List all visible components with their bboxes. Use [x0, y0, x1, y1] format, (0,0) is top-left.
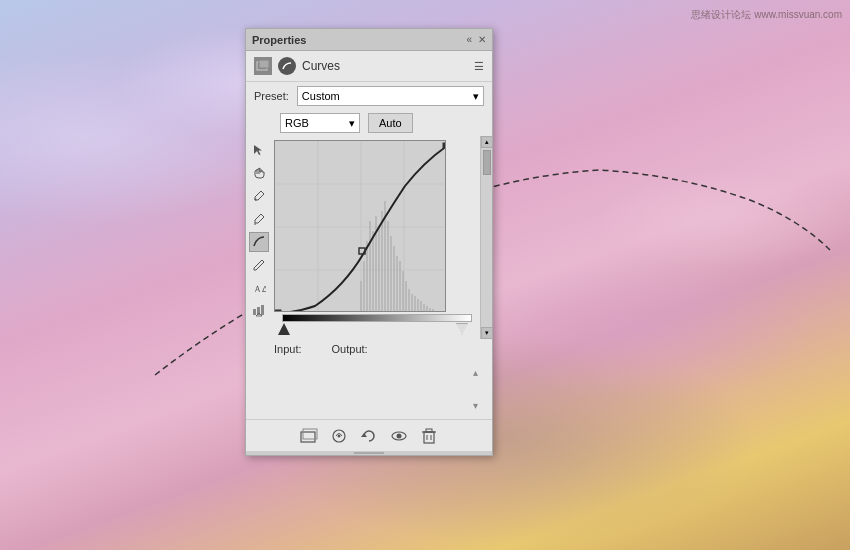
white-point-handle[interactable] [456, 323, 468, 335]
section-label: Curves [302, 59, 340, 73]
delete-button[interactable] [418, 425, 440, 447]
eyedropper2-tool-button[interactable] [249, 209, 269, 229]
preset-dropdown[interactable]: Custom ▾ [297, 86, 484, 106]
pencil-tool-button[interactable] [249, 255, 269, 275]
channel-row: RGB ▾ Auto [246, 110, 492, 136]
svg-rect-26 [387, 221, 389, 311]
svg-text:ＡΔ: ＡΔ [253, 284, 266, 294]
panel-content: ＡΔ [246, 136, 492, 339]
text-tool-button[interactable]: ＡΔ [249, 278, 269, 298]
svg-rect-35 [414, 296, 416, 311]
svg-rect-30 [399, 261, 401, 311]
svg-rect-29 [396, 256, 398, 311]
preset-chevron-icon: ▾ [473, 90, 479, 103]
channel-dropdown[interactable]: RGB ▾ [280, 113, 360, 133]
svg-point-3 [255, 199, 257, 201]
gradient-bar-row [274, 314, 472, 322]
channel-value: RGB [285, 117, 309, 129]
expand-down-icon[interactable]: ▾ [473, 400, 478, 411]
svg-rect-24 [381, 211, 383, 311]
clip-layer-button[interactable] [298, 425, 320, 447]
curves-layer-icon [278, 57, 296, 75]
panel-controls: « ✕ [466, 35, 486, 45]
preset-label: Preset: [254, 90, 289, 102]
scroll-up-button[interactable]: ▴ [481, 136, 493, 148]
svg-rect-21 [372, 231, 374, 311]
eyedropper1-tool-button[interactable] [249, 186, 269, 206]
panel-title: Properties [252, 34, 306, 46]
io-row: Input: Output: [246, 339, 492, 359]
collapse-button[interactable]: « [466, 35, 472, 45]
svg-rect-8 [261, 305, 264, 315]
svg-rect-23 [378, 226, 380, 311]
svg-rect-27 [390, 236, 392, 311]
svg-rect-52 [424, 432, 434, 443]
svg-rect-37 [420, 301, 422, 311]
curve-tool-button[interactable] [249, 232, 269, 252]
svg-rect-41 [432, 309, 434, 311]
histogram-tool-button[interactable] [249, 301, 269, 321]
view-previous-button[interactable] [328, 425, 350, 447]
svg-rect-20 [369, 221, 371, 311]
panel-menu-icon[interactable]: ☰ [474, 60, 484, 73]
svg-rect-32 [405, 281, 407, 311]
resize-indicator [354, 452, 384, 454]
panel-resize-handle[interactable] [246, 451, 492, 455]
svg-rect-44 [443, 143, 446, 148]
svg-rect-54 [426, 429, 432, 432]
svg-rect-19 [366, 241, 368, 311]
svg-rect-40 [429, 308, 431, 311]
svg-marker-49 [361, 433, 367, 437]
layer-icon [254, 57, 272, 75]
svg-rect-34 [411, 294, 413, 311]
channel-chevron-icon: ▾ [349, 117, 355, 130]
scroll-thumb[interactable] [483, 150, 491, 175]
svg-rect-31 [402, 271, 404, 311]
svg-rect-39 [426, 306, 428, 311]
svg-rect-6 [253, 309, 256, 315]
svg-rect-43 [275, 310, 281, 312]
hand-tool-button[interactable] [249, 163, 269, 183]
svg-rect-28 [393, 246, 395, 311]
svg-point-51 [397, 433, 402, 438]
expand-up-icon[interactable]: ▴ [473, 367, 478, 378]
left-toolbar: ＡΔ [246, 136, 272, 339]
scroll-down-button[interactable]: ▾ [481, 327, 493, 339]
preset-value: Custom [302, 90, 340, 102]
gradient-spacer [274, 314, 282, 322]
svg-rect-38 [423, 304, 425, 311]
reset-button[interactable] [358, 425, 380, 447]
svg-rect-1 [259, 60, 269, 68]
curves-area [272, 136, 480, 339]
toggle-visibility-button[interactable] [388, 425, 410, 447]
black-point-handle[interactable] [278, 323, 290, 335]
watermark: 思绪设计论坛 www.missvuan.com [691, 8, 842, 22]
close-button[interactable]: ✕ [478, 35, 486, 45]
section-header: Curves ☰ [246, 51, 492, 82]
pointer-tool-button[interactable] [249, 140, 269, 160]
svg-rect-36 [417, 299, 419, 311]
panel-titlebar: Properties « ✕ [246, 29, 492, 51]
input-label: Input: [274, 343, 302, 355]
curves-canvas[interactable] [274, 140, 446, 312]
svg-rect-17 [360, 281, 362, 311]
svg-point-48 [338, 434, 341, 437]
properties-panel: Properties « ✕ Curves ☰ Preset: Custom ▾ [245, 28, 493, 456]
panel-scrollbar[interactable]: ▴ ▾ [480, 136, 492, 339]
input-gradient-bar [282, 314, 472, 322]
output-label: Output: [332, 343, 368, 355]
preset-row: Preset: Custom ▾ [246, 82, 492, 110]
svg-rect-18 [363, 261, 365, 311]
svg-rect-33 [408, 289, 410, 311]
auto-button[interactable]: Auto [368, 113, 413, 133]
bottom-toolbar [246, 419, 492, 451]
spacer-area: ▴ ▾ [246, 359, 492, 419]
gradient-handles [274, 323, 472, 335]
